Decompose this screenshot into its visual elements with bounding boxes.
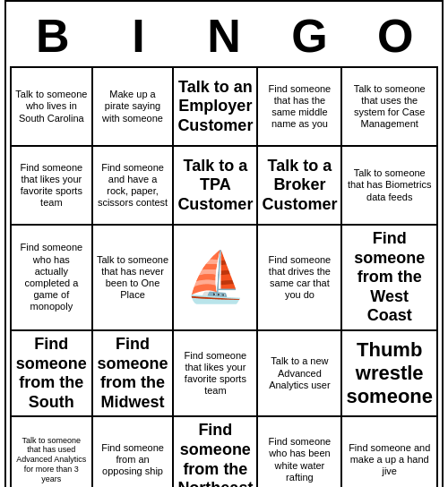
bingo-letter-b: B xyxy=(12,9,94,63)
bingo-cell-13: Find someone that drives the same car th… xyxy=(258,226,342,331)
bingo-letter-i: I xyxy=(97,9,179,63)
bingo-cell-3: Find someone that has the same middle na… xyxy=(258,68,342,147)
bingo-cell-5: Find someone that likes your favorite sp… xyxy=(12,147,93,226)
bingo-cell-0: Talk to someone who lives in South Carol… xyxy=(12,68,93,147)
bingo-cell-23: Find someone who has been white water ra… xyxy=(258,417,342,487)
bingo-card: BINGO Talk to someone who lives in South… xyxy=(4,0,444,487)
bingo-letter-g: G xyxy=(269,9,351,63)
bingo-cell-8: Talk to a Broker Customer xyxy=(258,147,342,226)
bingo-cell-10: Find someone who has actually completed … xyxy=(12,226,93,331)
bingo-letter-o: O xyxy=(354,9,436,63)
bingo-header: BINGO xyxy=(10,5,438,66)
bingo-cell-6: Find someone and have a rock, paper, sci… xyxy=(93,147,175,226)
bingo-cell-15: Find someone from the South xyxy=(12,331,93,417)
bingo-cell-19: Thumb wrestle someone xyxy=(342,331,438,417)
bingo-cell-14: Find someone from the West Coast xyxy=(342,226,438,331)
bingo-cell-2: Talk to an Employer Customer xyxy=(174,68,258,147)
bingo-cell-16: Find someone from the Midwest xyxy=(93,331,175,417)
bingo-grid: Talk to someone who lives in South Carol… xyxy=(10,66,438,487)
bingo-cell-12: ⛵ xyxy=(174,226,258,331)
bingo-letter-n: N xyxy=(183,9,265,63)
bingo-cell-9: Talk to someone that has Biometrics data… xyxy=(342,147,438,226)
bingo-cell-11: Talk to someone that has never been to O… xyxy=(93,226,175,331)
bingo-cell-17: Find someone that likes your favorite sp… xyxy=(174,331,258,417)
bingo-cell-21: Find someone from an opposing ship xyxy=(93,417,175,487)
bingo-cell-24: Find someone and make a up a hand jive xyxy=(342,417,438,487)
bingo-cell-7: Talk to a TPA Customer xyxy=(174,147,258,226)
bingo-cell-4: Talk to someone that uses the system for… xyxy=(342,68,438,147)
pirate-ship-icon: ⛵ xyxy=(185,252,246,302)
bingo-cell-1: Make up a pirate saying with someone xyxy=(93,68,175,147)
bingo-cell-22: Find someone from the Northeast xyxy=(174,417,258,487)
bingo-cell-20: Talk to someone that has used Advanced A… xyxy=(12,417,93,487)
bingo-cell-18: Talk to a new Advanced Analytics user xyxy=(258,331,342,417)
